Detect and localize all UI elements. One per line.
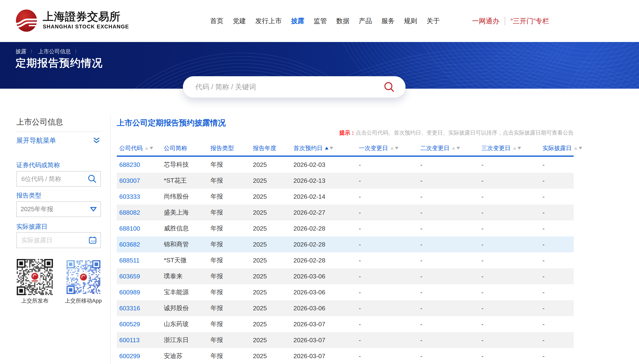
quick-links: 一网通办 “三开门”专栏	[472, 0, 549, 42]
sse-logo[interactable]: 上海證券交易所 SHANGHAI STOCK EXCHANGE	[16, 9, 128, 34]
nav-item-披露[interactable]: 披露	[291, 16, 304, 26]
cell-实际披露日: -	[542, 305, 574, 312]
quick-link-skm[interactable]: “三开门”专栏	[511, 16, 549, 26]
cell-报告年度: 2025	[253, 193, 293, 200]
nav-item-产品[interactable]: 产品	[359, 16, 372, 26]
quick-link-ywtb[interactable]: 一网通办	[472, 16, 499, 26]
search-icon[interactable]	[384, 82, 395, 92]
table-row: 600299安迪苏年报20252026-03-07----	[117, 348, 574, 364]
column-header-二次变更日[interactable]: 二次变更日	[420, 144, 481, 152]
table-row: 603333尚纬股份年报20252026-02-14----	[117, 188, 574, 204]
calendar-icon[interactable]	[88, 236, 97, 244]
sidebar-divider	[16, 132, 101, 132]
sort-arrows-icon	[325, 147, 333, 150]
nav-item-规则[interactable]: 规则	[404, 16, 417, 26]
sidebar-title: 上市公司信息	[16, 117, 63, 127]
sidebar-search-icon[interactable]	[88, 174, 97, 184]
cell-实际披露日: -	[542, 352, 574, 360]
nav-item-数据[interactable]: 数据	[336, 16, 349, 26]
breadcrumb-pilu[interactable]: 披露	[16, 48, 27, 55]
cell-实际披露日: -	[542, 273, 574, 280]
cell-company-code[interactable]: 603333	[119, 193, 164, 200]
cell-公司简称: 锦和商管	[164, 240, 211, 249]
breadcrumb-separator-icon: 〉	[75, 48, 79, 55]
cell-首次预约日: 2026-02-27	[293, 209, 359, 216]
cell-报告年度: 2025	[253, 336, 293, 344]
nav-item-发行上市[interactable]: 发行上市	[255, 16, 282, 26]
column-header-首次预约日[interactable]: 首次预约日	[293, 144, 359, 152]
cell-company-code[interactable]: 603682	[119, 241, 164, 248]
qr-caption-wechat: 上交所发布	[17, 297, 53, 304]
cell-一次变更日: -	[359, 177, 420, 184]
sort-hint: 提示：点击公司代码、首次预约日、变更日、实际披露日可以排序，点击实际披露日期可查…	[223, 129, 574, 136]
cell-company-code[interactable]: 600529	[119, 321, 164, 328]
nav-item-服务[interactable]: 服务	[381, 16, 395, 26]
cell-首次预约日: 2026-03-06	[293, 273, 359, 280]
nav-item-关于[interactable]: 关于	[426, 16, 440, 26]
cell-实际披露日: -	[542, 177, 574, 184]
cell-三次变更日: -	[481, 273, 542, 280]
cell-三次变更日: -	[481, 209, 542, 216]
dropdown-triangle-icon	[90, 207, 97, 212]
cell-一次变更日: -	[359, 305, 420, 312]
cell-报告类型: 年报	[211, 320, 253, 328]
cell-company-code[interactable]: 600299	[119, 352, 164, 360]
cell-公司简称: 盛美上海	[164, 208, 211, 217]
cell-company-code[interactable]: 688082	[119, 209, 164, 216]
cell-公司简称: *ST天微	[164, 256, 211, 265]
cell-三次变更日: -	[481, 257, 542, 264]
column-header-实际披露日[interactable]: 实际披露日	[542, 144, 582, 152]
cell-报告类型: 年报	[211, 336, 253, 344]
actual-date-box	[16, 232, 101, 248]
cell-一次变更日: -	[359, 273, 420, 280]
cell-company-code[interactable]: 688511	[119, 257, 164, 264]
table-row: 688100威胜信息年报20252026-02-28----	[117, 220, 574, 236]
actual-date-input[interactable]	[21, 236, 88, 244]
expand-nav-menu[interactable]: 展开导航菜单	[16, 136, 101, 145]
table-row: 600989宝丰能源年报20252026-03-06----	[117, 284, 574, 300]
cell-company-code[interactable]: 603007	[119, 177, 164, 184]
report-type-select[interactable]: 2025年年报	[16, 202, 101, 217]
cell-报告类型: 年报	[211, 160, 253, 169]
breadcrumb-listed-company-info[interactable]: 上市公司信息	[38, 48, 71, 55]
cell-报告类型: 年报	[211, 288, 253, 296]
cell-二次变更日: -	[420, 273, 481, 280]
cell-二次变更日: -	[420, 241, 481, 248]
column-header-一次变更日[interactable]: 一次变更日	[359, 144, 420, 152]
cell-首次预约日: 2026-02-03	[293, 161, 359, 168]
cell-公司简称: 芯导科技	[164, 160, 211, 169]
cell-报告类型: 年报	[211, 176, 253, 185]
table-row: 688511*ST天微年报20252026-02-28----	[117, 252, 574, 268]
cell-一次变更日: -	[359, 352, 420, 360]
cell-首次预约日: 2026-02-13	[293, 177, 359, 184]
search-input[interactable]	[195, 82, 384, 92]
cell-company-code[interactable]: 603659	[119, 273, 164, 280]
column-header-公司代码[interactable]: 公司代码	[119, 144, 164, 152]
column-header-三次变更日[interactable]: 三次变更日	[481, 144, 542, 152]
cell-company-code[interactable]: 600989	[119, 289, 164, 296]
cell-二次变更日: -	[420, 289, 481, 296]
nav-item-监管[interactable]: 监管	[314, 16, 327, 26]
cell-报告年度: 2025	[253, 225, 293, 232]
qr-code-sse-wechat	[17, 259, 53, 295]
cell-三次变更日: -	[481, 305, 542, 312]
nav-item-党建[interactable]: 党建	[233, 16, 246, 26]
table-body: 688230芯导科技年报20252026-02-03----603007*ST花…	[117, 157, 574, 364]
nav-item-首页[interactable]: 首页	[210, 16, 223, 26]
cell-company-code[interactable]: 688100	[119, 225, 164, 232]
cell-company-code[interactable]: 600113	[119, 336, 164, 344]
cell-实际披露日: -	[542, 336, 574, 344]
section-title: 上市公司定期报告预约披露情况	[117, 118, 226, 128]
cell-公司简称: 尚纬股份	[164, 192, 211, 201]
code-filter-input[interactable]	[21, 175, 88, 183]
table-header-row: 公司代码公司简称报告类型报告年度首次预约日一次变更日二次变更日三次变更日实际披露…	[117, 142, 574, 154]
cell-三次变更日: -	[481, 225, 542, 232]
cell-一次变更日: -	[359, 289, 420, 296]
cell-首次预约日: 2026-02-14	[293, 193, 359, 200]
sort-arrows-icon	[513, 147, 521, 150]
cell-首次预约日: 2026-03-07	[293, 336, 359, 344]
cell-二次变更日: -	[420, 305, 481, 312]
cell-company-code[interactable]: 688230	[119, 161, 164, 168]
cell-company-code[interactable]: 603316	[119, 305, 164, 312]
cell-报告类型: 年报	[211, 256, 253, 265]
